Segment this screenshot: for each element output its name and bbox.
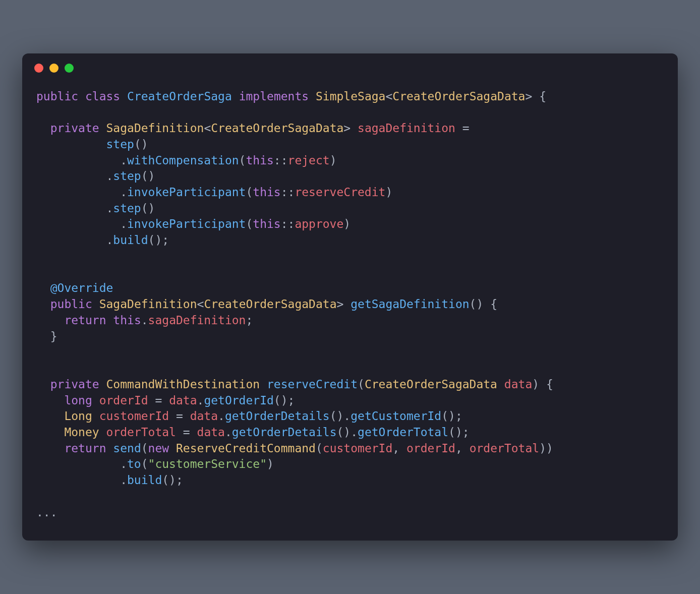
window-titlebar [22,53,678,77]
code-token [36,378,50,391]
code-token: ) { [532,378,553,391]
code-token: = [176,426,197,439]
code-token: to [127,457,141,470]
code-token: this [113,314,141,327]
code-token: CreateOrderSagaData [365,378,497,391]
code-token: ( [239,154,246,167]
code-token: withCompensation [127,154,239,167]
code-token [120,90,127,103]
code-token: public [36,90,78,103]
code-token: orderId [406,442,455,455]
code-token: getSagaDefinition [351,298,469,311]
code-token: (); [448,426,470,439]
code-token: class [85,90,120,103]
code-token: build [127,473,162,487]
code-token: < [197,298,204,311]
code-token: > [337,298,351,311]
code-token: () [134,138,148,151]
code-token: getOrderTotal [358,426,448,439]
code-token: SagaDefinition [99,298,197,311]
code-token: ) [330,154,337,167]
code-token: CreateOrderSaga [127,90,232,103]
code-token: CreateOrderSagaData [204,298,336,311]
code-token: . [197,394,204,407]
code-token: Money [64,426,99,439]
code-token [36,314,64,327]
code-token [92,394,99,407]
code-token: . [36,169,113,183]
code-token: (). [330,409,351,423]
close-icon[interactable] [34,64,43,73]
code-token: this [253,186,280,199]
code-token: :: [274,154,288,167]
code-token [232,90,239,103]
code-token: (); [148,233,169,247]
code-token: invokeParticipant [127,186,246,199]
code-token: ( [141,442,148,455]
code-token [36,281,50,294]
code-token: step [113,202,141,215]
code-token: private [50,122,99,135]
code-token: getCustomerId [351,409,441,423]
code-token: return [64,314,106,327]
code-window: public class CreateOrderSaga implements … [22,53,678,541]
code-token: , [455,442,470,455]
code-token: private [50,378,99,391]
code-token: . [218,409,225,423]
code-token: } [36,330,57,343]
code-token: sagaDefinition [358,122,455,135]
maximize-icon[interactable] [65,64,74,73]
code-token: data [190,409,218,423]
code-token: SimpleSaga [316,90,385,103]
code-token: . [36,473,127,487]
code-token [106,314,113,327]
code-token: approve [295,217,343,230]
code-token: ( [358,378,365,391]
minimize-icon[interactable] [49,64,59,73]
code-token: getOrderId [204,394,273,407]
code-token: "customerService" [148,457,267,470]
code-token: ( [246,186,253,199]
code-token: . [36,233,113,247]
code-token: < [385,90,392,103]
code-token: ) [385,186,392,199]
code-token: data [169,394,197,407]
code-token: = [169,409,190,423]
code-token: > [343,122,358,135]
code-token: () { [470,298,497,311]
code-token: ( [316,442,323,455]
code-token: customerId [99,409,169,423]
code-token [36,409,64,423]
code-token: sagaDefinition [148,314,246,327]
code-token: () [141,202,155,215]
code-token: . [36,202,113,215]
code-token: getOrderDetails [225,409,330,423]
code-token [36,122,50,135]
code-token: step [106,138,134,151]
code-token [36,138,106,151]
code-token: customerId [323,442,392,455]
code-token: getOrderDetails [232,426,337,439]
code-token: . [36,154,127,167]
code-token: this [253,217,280,230]
code-token [260,378,267,391]
code-token: orderId [99,394,148,407]
code-token: ) [267,457,274,470]
code-token: () [141,169,155,183]
code-token: return [64,442,106,455]
code-token: reserveCredit [295,186,385,199]
code-token: = [148,394,169,407]
code-token: public [50,298,92,311]
code-editor[interactable]: public class CreateOrderSaga implements … [22,77,678,541]
code-token: . [225,426,232,439]
code-token: )) [539,442,553,455]
code-token [36,442,64,455]
code-token [169,442,176,455]
code-token [78,90,85,103]
code-token [99,122,106,135]
code-token: ... [36,506,57,519]
code-token: . [36,186,127,199]
code-token: long [64,394,92,407]
code-token: invokeParticipant [127,217,246,230]
code-token: new [148,442,169,455]
